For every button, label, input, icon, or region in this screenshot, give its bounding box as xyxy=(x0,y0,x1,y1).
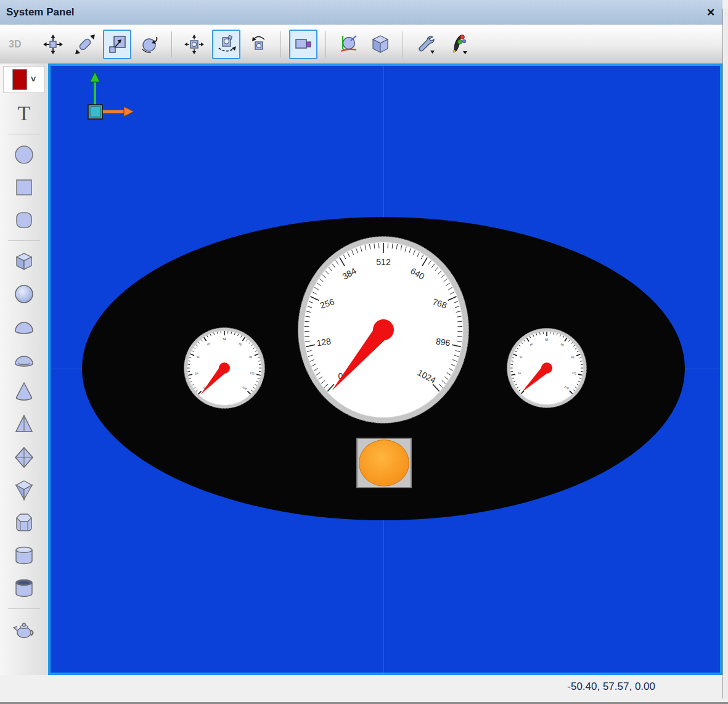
center-gauge[interactable]: 01282563845126407688961024 xyxy=(297,235,470,424)
svg-text:112: 112 xyxy=(250,372,255,375)
move-object-button[interactable] xyxy=(180,30,208,59)
wrench-icon xyxy=(414,33,436,55)
hex-prism-tool-button[interactable] xyxy=(10,510,38,535)
octahedron-icon xyxy=(12,445,36,470)
teapot-tool-button[interactable] xyxy=(10,617,38,642)
octahedron-tool-button[interactable] xyxy=(10,445,38,470)
title-bar: System Panel ✕ xyxy=(0,0,722,25)
text-tool-button[interactable]: T xyxy=(10,101,38,126)
sphere-axes-icon xyxy=(338,34,359,55)
solid-cube-button[interactable] xyxy=(366,30,395,59)
rotate-3d-icon xyxy=(139,34,160,55)
window-right-edge xyxy=(722,9,728,698)
cube-tool-button[interactable] xyxy=(10,249,38,274)
hex-prism-icon xyxy=(12,510,36,535)
svg-text:128: 128 xyxy=(316,336,332,348)
cone-icon xyxy=(12,380,36,404)
orange-lamp-icon xyxy=(359,440,409,486)
svg-text:64: 64 xyxy=(223,338,226,341)
window-title: System Panel xyxy=(0,6,700,18)
wedge-tool-button[interactable] xyxy=(10,478,38,502)
half-dome-icon xyxy=(12,347,36,372)
sphere-axes-button[interactable] xyxy=(334,30,362,59)
cone-tool-button[interactable] xyxy=(10,380,38,404)
toolbar-separator xyxy=(403,31,403,57)
spin-object-icon xyxy=(248,34,269,55)
svg-text:896: 896 xyxy=(435,336,451,348)
sphere-tool-button[interactable] xyxy=(10,282,38,306)
axis-origin-widget[interactable] xyxy=(81,70,137,125)
sidebar-separator xyxy=(8,240,40,241)
stretch-3d-button[interactable] xyxy=(71,30,99,59)
toolbar-separator xyxy=(325,31,326,57)
cylinder-icon xyxy=(12,543,36,568)
teapot-icon xyxy=(12,617,36,642)
rounded-square-tool-button[interactable] xyxy=(10,208,38,232)
left-gauge[interactable]: 0163248648096112128 xyxy=(183,327,266,409)
svg-text:112: 112 xyxy=(571,372,576,375)
square-tool-button[interactable] xyxy=(10,175,38,200)
move-3d-button[interactable] xyxy=(39,30,67,59)
color-style-pen-button[interactable] xyxy=(443,30,472,59)
cube-icon xyxy=(12,249,36,274)
cylinder-tool-button[interactable] xyxy=(10,543,38,568)
right-gauge[interactable]: 0163248648096112128 xyxy=(506,327,587,409)
stretch-3d-icon xyxy=(75,34,96,55)
toolbar: 3D xyxy=(0,25,722,63)
sidebar-separator xyxy=(8,608,40,609)
chevron-down-icon: ˅ xyxy=(31,75,36,84)
square-icon xyxy=(12,175,36,200)
tube-icon xyxy=(12,576,36,600)
scale-3d-icon xyxy=(107,34,128,55)
cursor-coordinates: -50.40, 57.57, 0.00 xyxy=(567,681,655,693)
move-3d-icon xyxy=(43,34,63,55)
spin-object-button[interactable] xyxy=(244,30,272,59)
current-color-swatch xyxy=(12,69,27,90)
tube-tool-button[interactable] xyxy=(10,576,38,600)
color-picker-dropdown[interactable]: ˅ xyxy=(3,66,45,93)
wedge-icon xyxy=(12,478,36,502)
rotate-object-button[interactable] xyxy=(212,30,240,59)
rotate-3d-button[interactable] xyxy=(135,30,163,59)
dome-tool-button[interactable] xyxy=(10,314,38,339)
window-bottom-edge xyxy=(0,698,728,704)
sidebar-separator xyxy=(8,134,40,134)
svg-text:64: 64 xyxy=(545,338,549,342)
settings-wrench-button[interactable] xyxy=(411,30,440,59)
status-bar: -50.40, 57.57, 0.00 xyxy=(0,675,728,698)
toolbar-separator xyxy=(171,31,172,57)
pyramid-tool-button[interactable] xyxy=(10,412,38,437)
design-canvas[interactable]: 01282563845126407688961024 0163248648096… xyxy=(48,63,722,675)
system-panel-window: System Panel ✕ 3D xyxy=(0,0,728,704)
circle-icon xyxy=(12,142,36,167)
scale-3d-button[interactable] xyxy=(103,30,131,59)
rounded-square-icon xyxy=(12,208,36,232)
toolbar-separator xyxy=(280,31,281,57)
sphere-icon xyxy=(12,282,36,306)
circle-tool-button[interactable] xyxy=(10,142,38,167)
move-object-icon xyxy=(184,34,205,55)
rotate-object-icon xyxy=(216,34,237,55)
pyramid-icon xyxy=(12,412,36,437)
dome-icon xyxy=(12,314,36,339)
indicator-lamp-button[interactable] xyxy=(356,438,412,488)
camera-view-icon xyxy=(293,34,314,55)
solid-cube-icon xyxy=(370,34,391,55)
camera-view-button[interactable] xyxy=(289,30,317,59)
shape-tool-sidebar: ˅ T xyxy=(0,63,48,675)
half-dome-tool-button[interactable] xyxy=(10,347,38,372)
svg-text:512: 512 xyxy=(376,257,391,267)
color-pen-icon xyxy=(446,33,468,55)
mode-3d-label: 3D xyxy=(9,39,21,50)
canvas-surface[interactable]: 01282563845126407688961024 0163248648096… xyxy=(51,66,720,673)
close-button[interactable]: ✕ xyxy=(700,3,721,22)
text-tool-icon: T xyxy=(18,103,31,124)
